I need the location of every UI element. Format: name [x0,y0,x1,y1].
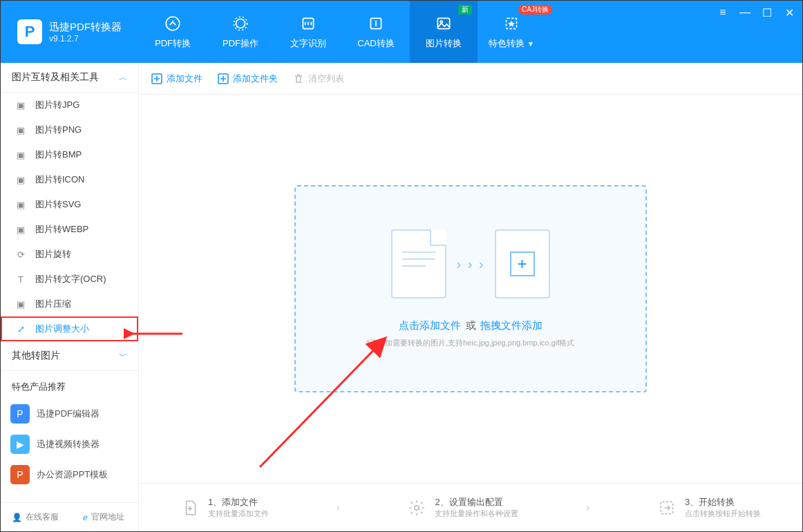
menu-button[interactable]: ≡ [717,6,729,19]
drop-text: 点击添加文件 或 拖拽文件添加 [399,319,542,332]
video-icon: ▶ [10,435,30,454]
promo-ppt-template[interactable]: P办公资源PPT模板 [1,459,138,490]
nav-tabs: PDF转换 PDF操作 文字识别 CAD转换 新 图片转换 CAJ转换 特色转换… [139,1,545,63]
maximize-button[interactable]: ☐ [761,6,773,19]
chevron-right-icon: › [337,502,340,514]
chevron-down-icon: ﹀ [119,350,127,362]
nav-tab-pdf-operate[interactable]: PDF操作 [207,1,274,63]
sidebar-item-resize[interactable]: ⤢图片调整大小 [1,316,138,341]
minimize-button[interactable]: ― [739,6,751,19]
resize-icon: ⤢ [15,323,27,335]
pdf-convert-icon [163,14,182,33]
sidebar-item-webp[interactable]: ▣图片转WEBP [1,217,138,242]
badge-caj: CAJ转换 [518,5,552,15]
promo-video-converter[interactable]: ▶迅捷视频转换器 [1,429,138,459]
image-icon [434,14,453,33]
image-icon: ▣ [15,223,27,236]
drop-illustration: › › › + [391,229,549,298]
toolbar: 添加文件 添加文件夹 清空列表 [139,63,802,95]
sidebar-item-icon[interactable]: ▣图片转ICON [1,167,138,192]
file-plus-icon [180,498,200,517]
svg-point-1 [236,19,245,28]
trash-icon [293,73,304,84]
svg-rect-5 [437,18,449,28]
image-icon: ▣ [15,124,27,136]
drop-area[interactable]: › › › + 点击添加文件 或 拖拽文件添加 *请添加需要转换的图片,支持he… [294,185,647,392]
nav-tab-ocr[interactable]: 文字识别 [274,1,342,63]
sidebar-item-compress[interactable]: ▣图片压缩 [1,292,138,316]
special-icon [502,14,521,33]
ocr-icon [299,14,318,33]
globe-icon: ℯ [83,513,88,522]
nav-tab-image[interactable]: 新 图片转换 [410,1,478,63]
drop-hint: *请添加需要转换的图片,支持heic,jpg,jpeg,png,bmp,ico,… [367,338,575,348]
step-3: 3、开始转换点击转换按钮开始转换 [657,496,761,519]
plus-folder-icon [218,73,229,84]
pdf-editor-icon: P [10,404,30,424]
promo-title: 特色产品推荐 [1,371,138,399]
sidebar-item-bmp[interactable]: ▣图片转BMP [1,142,138,167]
sidebar-item-ocr[interactable]: T图片转文字(OCR) [1,267,138,292]
window-controls: ≡ ― ☐ ✕ [717,6,795,19]
convert-icon [657,498,677,517]
text-icon: T [15,273,27,285]
clear-list-button[interactable]: 清空列表 [293,73,344,85]
add-target-icon: + [495,229,550,298]
document-icon [391,229,446,298]
gear-icon [407,498,426,517]
plus-box-icon [151,73,162,84]
sidebar-footer: 👤在线客服 ℯ官网地址 [1,502,138,531]
app-header: P 迅捷PDF转换器 v9.1.2.7 PDF转换 PDF操作 文字识别 CAD… [1,1,802,63]
support-link[interactable]: 👤在线客服 [1,503,70,531]
promo-pdf-editor[interactable]: P迅捷PDF编辑器 [1,399,138,429]
app-logo-icon: P [17,19,42,44]
sidebar-item-png[interactable]: ▣图片转PNG [1,117,138,142]
compress-icon: ▣ [15,298,27,310]
svg-point-0 [166,17,180,30]
rotate-icon: ⟳ [15,248,27,260]
steps-bar: 1、添加文件支持批量添加文件 › 2、设置输出配置支持批量操作和各种设置 › 3… [139,483,802,531]
sidebar-item-jpg[interactable]: ▣图片转JPG [1,93,138,117]
image-icon: ▣ [15,198,27,211]
image-icon: ▣ [15,99,27,111]
chevron-right-icon: › [586,502,589,514]
sidebar-item-rotate[interactable]: ⟳图片旋转 [1,242,138,267]
svg-point-10 [415,505,419,510]
nav-tab-cad[interactable]: CAD转换 [342,1,410,63]
pdf-operate-icon [231,14,250,33]
sidebar-section-other[interactable]: 其他转图片 ﹀ [1,341,138,371]
support-icon: 👤 [12,513,22,522]
nav-tab-pdf-convert[interactable]: PDF转换 [139,1,207,63]
sidebar-section-image-tools[interactable]: 图片互转及相关工具 ︿ [1,63,138,93]
add-file-button[interactable]: 添加文件 [151,73,202,85]
arrows-icon: › › › [456,256,484,272]
badge-new: 新 [458,5,472,15]
step-2: 2、设置输出配置支持批量操作和各种设置 [407,496,518,519]
app-title: 迅捷PDF转换器 [49,21,122,34]
logo-area: P 迅捷PDF转换器 v9.1.2.7 [1,19,139,44]
main-panel: 添加文件 添加文件夹 清空列表 › › › + 点击添加文件 或 拖拽文件添加 … [139,63,802,531]
image-icon: ▣ [15,149,27,161]
chevron-down-icon: ▼ [527,40,534,48]
site-link[interactable]: ℯ官网地址 [70,503,139,531]
sidebar-item-svg[interactable]: ▣图片转SVG [1,192,138,217]
cad-icon [366,14,386,33]
drag-add-link[interactable]: 拖拽文件添加 [480,319,542,331]
ppt-icon: P [10,465,30,484]
add-folder-button[interactable]: 添加文件夹 [218,73,278,85]
chevron-up-icon: ︿ [119,72,127,84]
nav-tab-special[interactable]: CAJ转换 特色转换▼ [478,1,545,63]
app-version: v9.1.2.7 [49,34,122,44]
click-add-link[interactable]: 点击添加文件 [399,319,461,331]
close-button[interactable]: ✕ [783,6,795,19]
image-icon: ▣ [15,173,27,186]
step-1: 1、添加文件支持批量添加文件 [180,496,269,519]
sidebar: 图片互转及相关工具 ︿ ▣图片转JPG ▣图片转PNG ▣图片转BMP ▣图片转… [1,63,139,531]
